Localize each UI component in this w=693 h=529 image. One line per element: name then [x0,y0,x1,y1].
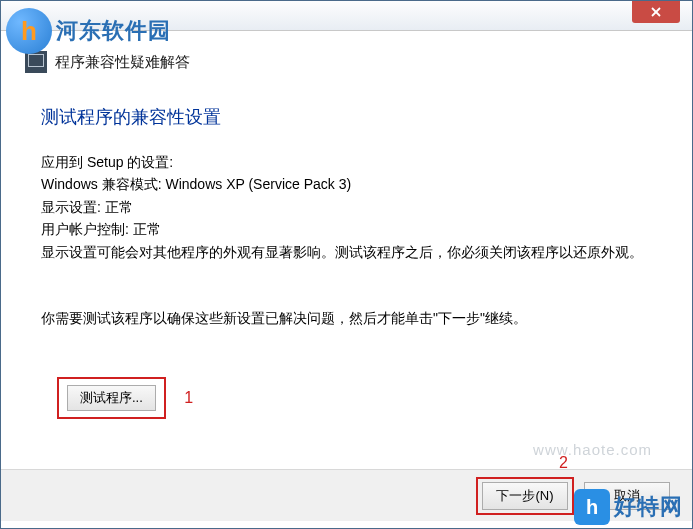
troubleshooter-window: 程序兼容性疑难解答 测试程序的兼容性设置 应用到 Setup 的设置: Wind… [0,0,693,529]
wizard-title: 程序兼容性疑难解答 [55,53,190,72]
content-area: 程序兼容性疑难解答 测试程序的兼容性设置 应用到 Setup 的设置: Wind… [1,31,692,528]
watermark-text: www.haote.com [533,441,652,458]
hedong-logo-text: 河东软件园 [56,16,171,46]
close-icon [650,6,662,18]
instruction-text: 你需要测试该程序以确保这些新设置已解决问题，然后才能单击"下一步"继续。 [41,307,658,329]
monitor-icon [25,51,47,73]
overlay-logo-top-left: h 河东软件园 [6,8,171,54]
next-button-highlight: 下一步(N) [476,477,574,515]
note-line: 显示设置可能会对其他程序的外观有显著影响。测试该程序之后，你必须关闭该程序以还原… [41,241,658,263]
section-title: 测试程序的兼容性设置 [41,105,658,129]
haote-logo-icon: h [574,489,610,525]
annotation-1: 1 [184,389,193,407]
settings-block: 应用到 Setup 的设置: Windows 兼容模式: Windows XP … [41,151,658,263]
test-button-highlight: 测试程序... [57,377,166,419]
hedong-logo-icon: h [6,8,52,54]
wizard-header: 程序兼容性疑难解答 [25,51,658,73]
close-button[interactable] [632,1,680,23]
haote-logo-text: 好特网 [614,492,683,522]
overlay-logo-bottom-right: h 好特网 [574,489,683,525]
test-program-button[interactable]: 测试程序... [67,385,156,411]
display-setting-line: 显示设置: 正常 [41,196,658,218]
uac-line: 用户帐户控制: 正常 [41,218,658,240]
compat-mode-line: Windows 兼容模式: Windows XP (Service Pack 3… [41,173,658,195]
applied-to-line: 应用到 Setup 的设置: [41,151,658,173]
next-button[interactable]: 下一步(N) [482,482,568,510]
